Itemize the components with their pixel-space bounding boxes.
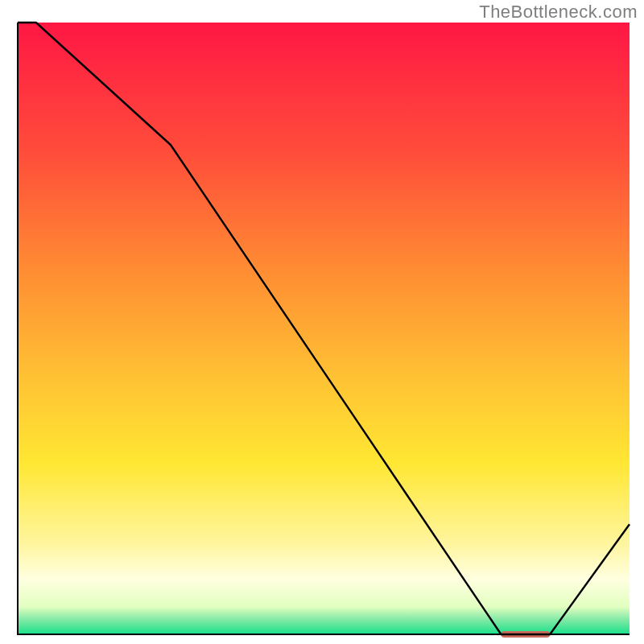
chart-frame: TheBottleneck.com [0, 0, 644, 644]
watermark-text: TheBottleneck.com [479, 2, 638, 23]
bottleneck-chart [0, 0, 644, 644]
plot-background [18, 23, 630, 634]
